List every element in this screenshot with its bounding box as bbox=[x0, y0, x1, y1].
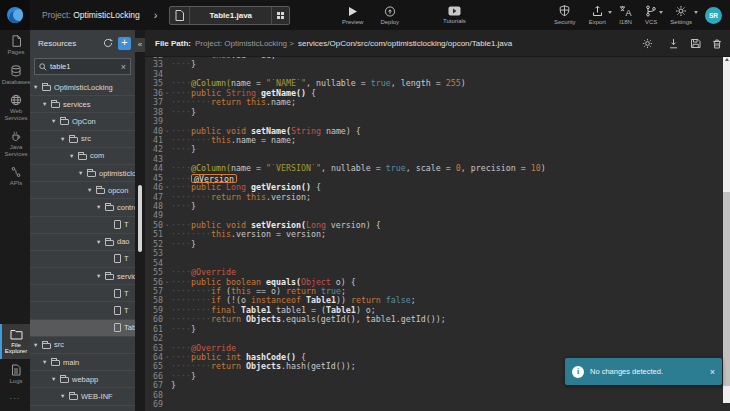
settings-button[interactable]: Settings bbox=[670, 5, 692, 25]
code-line-34[interactable]: 34 bbox=[145, 70, 723, 79]
export-button[interactable]: Export bbox=[589, 5, 606, 25]
code-line-49[interactable]: 49 bbox=[145, 211, 723, 220]
caret-down-icon[interactable]: ▾ bbox=[34, 83, 42, 91]
tree-item-OpCon[interactable]: ▾OpCon bbox=[30, 113, 135, 130]
tab-grid-seg[interactable] bbox=[271, 7, 289, 24]
app-logo[interactable] bbox=[0, 0, 30, 30]
code-line-55[interactable]: 55····@Override bbox=[145, 268, 723, 277]
tutorials-button[interactable]: Tutorials bbox=[443, 6, 466, 24]
tree-item-T[interactable]: T bbox=[30, 251, 135, 268]
code-line-44[interactable]: 44····@Column(name = "`VERSION`", nullab… bbox=[145, 164, 723, 173]
tree-item-service[interactable]: ▾service bbox=[30, 268, 135, 285]
caret-down-icon[interactable]: ▾ bbox=[34, 341, 42, 349]
code-line-69[interactable]: 69 bbox=[145, 400, 723, 409]
fold-marker[interactable]: - bbox=[163, 127, 171, 136]
code-line-52[interactable]: 52····} bbox=[145, 240, 723, 249]
fold-marker[interactable]: - bbox=[163, 221, 171, 230]
code-line-45[interactable]: 45····@Version bbox=[145, 174, 723, 183]
tree-item-optimisticlocking[interactable]: ▾optimisticlocking bbox=[30, 165, 135, 182]
clear-search-icon[interactable]: × bbox=[121, 62, 126, 72]
caret-down-icon[interactable]: ▾ bbox=[43, 100, 51, 108]
download-file-button[interactable] bbox=[668, 38, 679, 49]
caret-down-icon[interactable]: ▾ bbox=[97, 272, 105, 280]
sidebar-item-file-explorer[interactable]: File Explorer bbox=[0, 324, 30, 359]
code-line-56[interactable]: 56-····public boolean equals(Object o) { bbox=[145, 278, 723, 287]
code-line-68[interactable]: 68 bbox=[145, 391, 723, 400]
code-line-38[interactable]: 38····} bbox=[145, 108, 723, 117]
sidebar-item-pages[interactable]: Pages bbox=[0, 30, 30, 60]
code-line-39[interactable]: 39 bbox=[145, 117, 723, 126]
code-line-35[interactable]: 35····@Column(name = "`NAME`", nullable … bbox=[145, 79, 723, 88]
i18n-button[interactable]: A I18N bbox=[619, 5, 632, 25]
code-line-54[interactable]: 54 bbox=[145, 259, 723, 268]
file-settings-button[interactable] bbox=[642, 38, 653, 49]
code-line-63[interactable]: 63····@Override bbox=[145, 344, 723, 353]
code-line-43[interactable]: 43 bbox=[145, 155, 723, 164]
editor-scrollbar-thumb[interactable] bbox=[723, 192, 730, 386]
tree-item-OptimisticLocking[interactable]: ▾OptimisticLocking bbox=[30, 79, 135, 96]
user-avatar[interactable]: SR bbox=[705, 7, 722, 24]
caret-down-icon[interactable]: ▾ bbox=[97, 203, 105, 211]
code-line-58[interactable]: 58········if (!(o instanceof Table1)) re… bbox=[145, 296, 723, 305]
tree-item-src[interactable]: ▾src bbox=[30, 337, 135, 354]
code-line-53[interactable]: 53 bbox=[145, 249, 723, 258]
save-file-button[interactable] bbox=[690, 38, 701, 49]
sidebar-item-databases[interactable]: Databases bbox=[0, 60, 30, 90]
sidebar-more-button[interactable]: ··· bbox=[0, 388, 30, 411]
tree-item-main[interactable]: ▾main bbox=[30, 354, 135, 371]
caret-down-icon[interactable]: ▾ bbox=[43, 358, 51, 366]
fold-marker[interactable]: - bbox=[163, 353, 171, 362]
collapse-panel-button[interactable]: « bbox=[135, 38, 145, 52]
open-file-tab[interactable]: Table1.java bbox=[169, 6, 290, 25]
tree-item-controller[interactable]: ▾controller bbox=[30, 199, 135, 216]
fold-marker[interactable]: - bbox=[163, 89, 171, 98]
code-line-36[interactable]: 36-····public String getName() { bbox=[145, 89, 723, 98]
sidebar-item-java-services[interactable]: Java Services bbox=[0, 125, 30, 161]
tree-item-T[interactable]: T bbox=[30, 302, 135, 319]
security-button[interactable]: Security bbox=[554, 5, 576, 25]
editor-scrollbar[interactable] bbox=[723, 57, 730, 403]
fold-marker[interactable]: - bbox=[163, 183, 171, 192]
tree-item-WEB-INF[interactable]: ▾WEB-INF bbox=[30, 388, 135, 405]
toast-close-icon[interactable]: × bbox=[710, 367, 715, 377]
code-line-33[interactable]: 33····} bbox=[145, 60, 723, 69]
code-line-48[interactable]: 48····} bbox=[145, 202, 723, 211]
code-line-50[interactable]: 50-····public void setVersion(Long versi… bbox=[145, 221, 723, 230]
tree-item-webapp[interactable]: ▾webapp bbox=[30, 371, 135, 388]
tree-item-opcon[interactable]: ▾opcon bbox=[30, 182, 135, 199]
caret-down-icon[interactable]: ▾ bbox=[97, 238, 105, 246]
refresh-button[interactable] bbox=[103, 38, 113, 48]
caret-down-icon[interactable]: ▾ bbox=[52, 375, 60, 383]
sidebar-item-web-services[interactable]: Web Services bbox=[0, 89, 30, 125]
tree-item-com[interactable]: ▾com bbox=[30, 148, 135, 165]
code-line-62[interactable]: 62 bbox=[145, 334, 723, 343]
tree-item-T[interactable]: T bbox=[30, 285, 135, 302]
code-line-61[interactable]: 61····} bbox=[145, 325, 723, 334]
code-line-46[interactable]: 46-····public Long getVersion() { bbox=[145, 183, 723, 192]
caret-down-icon[interactable]: ▾ bbox=[61, 135, 69, 143]
tree-scrollbar[interactable] bbox=[138, 185, 142, 252]
code-line-47[interactable]: 47········return this.version; bbox=[145, 193, 723, 202]
code-line-42[interactable]: 42····} bbox=[145, 145, 723, 154]
preview-button[interactable]: Preview bbox=[342, 6, 363, 25]
caret-down-icon[interactable]: ▾ bbox=[61, 392, 69, 400]
deploy-button[interactable]: Deploy bbox=[380, 6, 399, 25]
sidebar-item-logs[interactable]: Logs bbox=[0, 359, 30, 389]
delete-file-button[interactable] bbox=[712, 38, 722, 49]
code-line-40[interactable]: 40-····public void setName(String name) … bbox=[145, 127, 723, 136]
tree-item-T[interactable]: T bbox=[30, 217, 135, 234]
code-line-60[interactable]: 60········return Objects.equals(getId(),… bbox=[145, 315, 723, 324]
caret-down-icon[interactable]: ▾ bbox=[52, 117, 60, 125]
code-line-59[interactable]: 59········final Table1 table1 = (Table1)… bbox=[145, 306, 723, 315]
caret-down-icon[interactable]: ▾ bbox=[79, 169, 87, 177]
code-line-51[interactable]: 51········this.version = version; bbox=[145, 230, 723, 239]
add-resource-button[interactable]: + bbox=[118, 37, 131, 50]
vcs-button[interactable]: VCS bbox=[645, 5, 657, 25]
code-line-57[interactable]: 57········if (this == o) return true; bbox=[145, 287, 723, 296]
caret-down-icon[interactable]: ▾ bbox=[70, 152, 78, 160]
tree-item-src[interactable]: ▾src bbox=[30, 131, 135, 148]
code-line-41[interactable]: 41········this.name = name; bbox=[145, 136, 723, 145]
caret-down-icon[interactable]: ▾ bbox=[88, 186, 96, 194]
tree-item-Table1.java[interactable]: Table1.java bbox=[30, 320, 135, 337]
line-number[interactable]: 69 bbox=[145, 400, 163, 409]
